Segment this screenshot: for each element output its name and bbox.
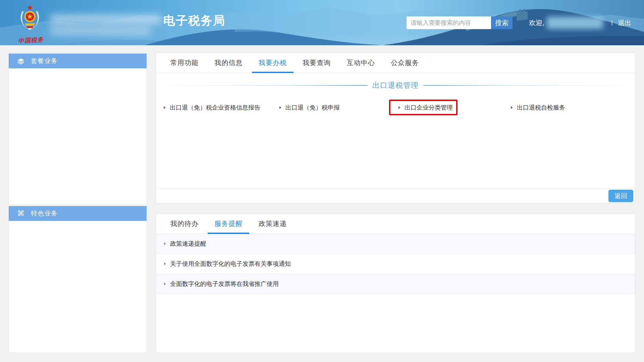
header-divider: | (611, 16, 612, 29)
section-title-row: 出口退税管理 (156, 81, 635, 89)
header: 中国税务 电子税务局 搜索 欢迎, | 退出 (0, 0, 644, 45)
tab-tax-handling[interactable]: 我要办税 (252, 53, 293, 73)
menu-item: 出口退税自检服务 (511, 100, 627, 115)
tax-bureau-logo (17, 2, 42, 35)
tab-public-service[interactable]: 公众服务 (384, 53, 426, 73)
link-export-self-check-service[interactable]: 出口退税自检服务 (511, 104, 565, 112)
panel-footer: 返回 (156, 188, 635, 203)
org-name-redacted (50, 15, 161, 35)
arrow-right-icon (164, 283, 166, 285)
tab-common-functions[interactable]: 常用功能 (164, 53, 205, 73)
main-panel: 常用功能 我的信息 我要办税 我要查询 互动中心 公众服务 出口退税管理 出口退… (156, 53, 635, 203)
logout-link[interactable]: 退出 (618, 16, 631, 29)
header-search: 搜索 (407, 16, 513, 29)
sidebar-section-featured: ⌘ 特色业务 (8, 206, 147, 353)
menu-item: 出口退（免）税申报 (279, 100, 395, 115)
sidebar-header-packages[interactable]: 套餐业务 (9, 54, 147, 68)
arrow-right-icon (511, 106, 513, 109)
arrow-right-icon (279, 106, 281, 109)
highlight-red-box: 出口企业分类管理 (389, 100, 458, 115)
notice-item[interactable]: 全面数字化的电子发票将在我省推广使用 (156, 274, 635, 294)
sidebar-header-label: 套餐业务 (31, 57, 58, 65)
title-line-right (423, 85, 628, 86)
notice-item[interactable]: 政策速递提醒 (156, 234, 635, 254)
search-input[interactable] (407, 16, 491, 29)
tab-inquiry[interactable]: 我要查询 (296, 53, 337, 73)
link-export-enterprise-classification[interactable]: 出口企业分类管理 (398, 104, 453, 112)
sidebar-header-label: 特色业务 (31, 209, 58, 218)
arrow-right-icon (398, 106, 400, 109)
link-export-qualification-report[interactable]: 出口退（免）税企业资格信息报告 (164, 104, 260, 112)
arrow-right-icon (164, 106, 166, 109)
sidebar-section-packages: 套餐业务 (8, 53, 147, 205)
title-line-left (163, 85, 368, 86)
tab-service-reminder[interactable]: 服务提醒 (208, 214, 249, 234)
command-icon: ⌘ (17, 210, 24, 217)
section-title: 出口退税管理 (368, 80, 423, 90)
search-button[interactable]: 搜索 (491, 16, 513, 29)
page: 中国税务 电子税务局 搜索 欢迎, | 退出 套餐业务 (0, 0, 644, 362)
notice-item[interactable]: 关于使用全面数字化的电子发票有关事项通知 (156, 254, 635, 274)
welcome-label: 欢迎, (529, 16, 544, 29)
app-title: 电子税务局 (163, 13, 225, 28)
menu-item: 出口企业分类管理 (395, 100, 511, 115)
username-redacted (547, 17, 603, 29)
arrow-right-icon (164, 242, 166, 245)
main-tabs: 常用功能 我的信息 我要办税 我要查询 互动中心 公众服务 (156, 53, 635, 73)
tab-my-info[interactable]: 我的信息 (208, 53, 249, 73)
arrow-right-icon (164, 262, 166, 265)
back-button[interactable]: 返回 (608, 190, 633, 202)
export-links-row: 出口退（免）税企业资格信息报告 出口退（免）税申报 出口企业分类管理 (156, 100, 635, 115)
link-export-tax-declaration[interactable]: 出口退（免）税申报 (279, 104, 340, 112)
notices-tabs: 我的待办 服务提醒 政策速递 (156, 214, 635, 234)
tab-policy-express[interactable]: 政策速递 (252, 214, 293, 234)
layers-icon (17, 58, 24, 64)
sidebar-header-featured[interactable]: ⌘ 特色业务 (9, 206, 147, 221)
menu-item: 出口退（免）税企业资格信息报告 (164, 100, 279, 115)
tab-interaction-center[interactable]: 互动中心 (340, 53, 382, 73)
notices-panel: 我的待办 服务提醒 政策速递 政策速递提醒 关于使用全面数字化的电子发票有关事项… (156, 214, 635, 353)
tab-my-todo[interactable]: 我的待办 (164, 214, 205, 234)
